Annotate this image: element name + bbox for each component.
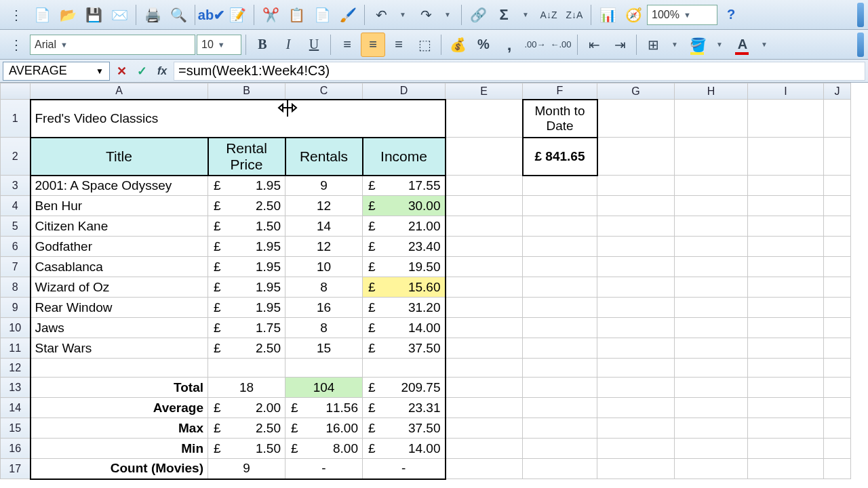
cut-icon[interactable]: ✂️ xyxy=(258,3,283,27)
row-header-16[interactable]: 16 xyxy=(1,439,31,459)
row-header-6[interactable]: 6 xyxy=(1,237,31,257)
spellcheck-icon[interactable]: ab✔ xyxy=(199,3,224,27)
toolbar2-grip-icon[interactable] xyxy=(857,33,864,57)
empty-cell[interactable] xyxy=(824,237,851,257)
hdr-title[interactable]: Title xyxy=(31,138,208,176)
empty-cell[interactable] xyxy=(824,176,851,196)
hdr-income[interactable]: Income xyxy=(363,138,446,176)
empty-cell[interactable] xyxy=(748,100,824,138)
copy-icon[interactable]: 📋 xyxy=(284,3,309,27)
empty-cell[interactable] xyxy=(597,398,675,418)
empty-cell[interactable] xyxy=(446,237,523,257)
col-header-E[interactable]: E xyxy=(446,83,523,100)
mtd-label[interactable]: Month to Date xyxy=(523,100,597,138)
empty-cell[interactable] xyxy=(597,338,675,359)
income-cell[interactable]: £37.50 xyxy=(363,338,446,359)
row-header-17[interactable]: 17 xyxy=(1,459,31,479)
chart-icon[interactable]: 📊 xyxy=(595,3,620,27)
fontcolor-dd[interactable]: ▼ xyxy=(755,33,774,57)
empty-cell[interactable] xyxy=(824,359,851,378)
empty-cell[interactable] xyxy=(597,257,675,277)
movie-title[interactable]: Jaws xyxy=(31,318,208,338)
indent-dec-icon[interactable]: ⇤ xyxy=(582,33,606,57)
open-icon[interactable]: 📂 xyxy=(56,3,80,27)
rentals-cell[interactable]: 9 xyxy=(285,176,363,196)
empty-cell[interactable] xyxy=(523,237,597,257)
empty-cell[interactable] xyxy=(675,338,748,359)
empty-cell[interactable] xyxy=(675,138,748,176)
col-header-A[interactable]: A xyxy=(31,83,208,100)
select-all-corner[interactable] xyxy=(1,83,31,100)
summary-b[interactable]: £2.00 xyxy=(208,398,285,418)
price-cell[interactable]: £1.95 xyxy=(208,176,285,196)
summary-b[interactable]: 18 xyxy=(208,378,285,398)
row-header-1[interactable]: 1 xyxy=(1,100,31,138)
rentals-cell[interactable]: 12 xyxy=(285,237,363,257)
thousand-icon[interactable]: , xyxy=(497,33,521,57)
empty-cell[interactable] xyxy=(675,318,748,338)
row-header-4[interactable]: 4 xyxy=(1,196,31,216)
empty-cell[interactable] xyxy=(446,378,523,398)
empty-cell[interactable] xyxy=(824,298,851,318)
empty-cell[interactable] xyxy=(446,418,523,439)
row-header-11[interactable]: 11 xyxy=(1,338,31,359)
empty-cell[interactable] xyxy=(675,298,748,318)
summary-c[interactable]: - xyxy=(285,459,363,479)
empty-cell[interactable] xyxy=(597,100,675,138)
empty-cell[interactable] xyxy=(824,398,851,418)
empty-cell[interactable] xyxy=(824,257,851,277)
income-cell[interactable]: £19.50 xyxy=(363,257,446,277)
summary-label[interactable]: Count (Movies) xyxy=(31,459,208,479)
movie-title[interactable]: Godfather xyxy=(31,237,208,257)
rentals-cell[interactable]: 8 xyxy=(285,277,363,298)
empty-cell[interactable] xyxy=(748,216,824,237)
empty-cell[interactable] xyxy=(523,176,597,196)
movie-title[interactable]: Casablanca xyxy=(31,257,208,277)
row-header-5[interactable]: 5 xyxy=(1,216,31,237)
empty-cell[interactable] xyxy=(675,196,748,216)
new-doc-icon[interactable]: 📄 xyxy=(30,3,54,27)
summary-b[interactable]: £1.50 xyxy=(208,439,285,459)
col-header-C[interactable]: C xyxy=(285,83,363,100)
empty-cell[interactable] xyxy=(675,100,748,138)
empty-cell[interactable] xyxy=(824,378,851,398)
empty-cell[interactable] xyxy=(748,176,824,196)
price-cell[interactable]: £1.95 xyxy=(208,237,285,257)
movie-title[interactable]: Wizard of Oz xyxy=(31,277,208,298)
empty-cell[interactable] xyxy=(446,398,523,418)
empty-cell[interactable] xyxy=(675,439,748,459)
row-header-3[interactable]: 3 xyxy=(1,176,31,196)
income-cell[interactable]: £31.20 xyxy=(363,298,446,318)
income-cell[interactable]: £30.00 xyxy=(363,196,446,216)
hdr-price[interactable]: RentalPrice xyxy=(208,138,285,176)
empty-cell[interactable] xyxy=(523,338,597,359)
row-header-15[interactable]: 15 xyxy=(1,418,31,439)
empty-cell[interactable] xyxy=(748,459,824,479)
summary-b[interactable]: 9 xyxy=(208,459,285,479)
navigator-icon[interactable]: 🧭 xyxy=(621,3,646,27)
summary-label[interactable]: Average xyxy=(31,398,208,418)
empty-cell[interactable] xyxy=(523,318,597,338)
col-header-J[interactable]: J xyxy=(824,83,851,100)
empty-cell[interactable] xyxy=(446,439,523,459)
print-icon[interactable]: 🖨️ xyxy=(140,3,165,27)
price-cell[interactable]: £2.50 xyxy=(208,338,285,359)
font-select[interactable]: Arial ▼ xyxy=(30,35,195,55)
empty-cell[interactable] xyxy=(523,277,597,298)
empty-cell[interactable] xyxy=(446,138,523,176)
summary-c[interactable]: 104 xyxy=(285,378,363,398)
paste-icon[interactable]: 📄 xyxy=(310,3,334,27)
movie-title[interactable]: 2001: A Space Odyssey xyxy=(31,176,208,196)
empty-cell[interactable] xyxy=(748,196,824,216)
income-cell[interactable]: £14.00 xyxy=(363,318,446,338)
empty-cell[interactable] xyxy=(597,298,675,318)
fontsize-select[interactable]: 10 ▼ xyxy=(197,35,241,55)
toolbar-grip-icon[interactable] xyxy=(857,3,864,27)
redo-icon[interactable]: ↷ xyxy=(414,3,438,27)
empty-cell[interactable] xyxy=(31,359,208,378)
empty-cell[interactable] xyxy=(446,338,523,359)
dec-remove-icon[interactable]: ←.00 xyxy=(549,33,573,57)
sum-icon[interactable]: Σ xyxy=(492,3,516,27)
rentals-cell[interactable]: 16 xyxy=(285,298,363,318)
income-cell[interactable]: £23.40 xyxy=(363,237,446,257)
